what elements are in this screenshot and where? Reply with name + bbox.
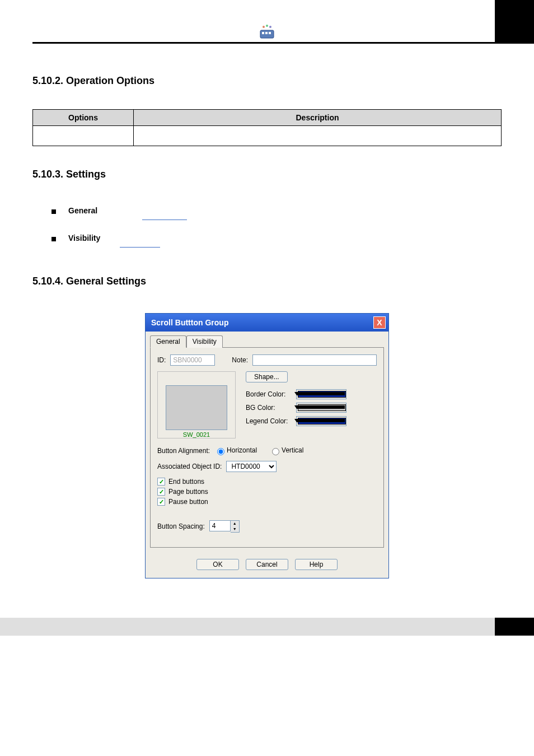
settings-bullet-list: General Visibility <box>51 206 502 248</box>
chevron-down-icon <box>294 405 345 409</box>
radio-horizontal[interactable]: Horizontal <box>214 446 257 455</box>
legend-color-picker[interactable] <box>296 416 346 426</box>
radio-vertical[interactable]: Vertical <box>269 446 303 455</box>
border-color-picker[interactable] <box>296 389 346 399</box>
app-icon <box>259 24 275 39</box>
bullet-icon <box>51 237 56 241</box>
section-5104-title: 5.10.4. General Settings <box>32 276 502 287</box>
dialog-titlebar[interactable]: Scroll Buttton Group X <box>146 314 388 332</box>
tab-general[interactable]: General <box>150 335 186 348</box>
shape-preview-area: SW_0021 <box>157 371 236 438</box>
checkbox-page-buttons[interactable]: ✓ <box>157 488 165 496</box>
svg-point-6 <box>269 26 271 28</box>
spinner-up-icon[interactable]: ▲ <box>231 521 239 526</box>
bullet-general: General <box>51 206 502 215</box>
options-col-header: Options <box>33 110 134 126</box>
end-buttons-label: End buttons <box>168 478 204 486</box>
dialog-scroll-button-group: Scroll Buttton Group X General Visibilit… <box>145 313 389 578</box>
options-cell <box>33 126 134 146</box>
shape-preview-box <box>166 385 227 430</box>
shape-button[interactable]: Shape... <box>246 371 288 382</box>
note-label: Note: <box>232 356 248 364</box>
tab-visibility[interactable]: Visibility <box>186 335 223 348</box>
associated-object-id-select[interactable]: HTD0000 <box>226 461 277 472</box>
note-field[interactable] <box>252 354 377 366</box>
bullet-label-visibility: Visibility <box>68 234 100 242</box>
button-alignment-label: Button Alignment: <box>157 447 210 455</box>
bullet-icon <box>51 209 56 214</box>
tab-panel-general: ID: Note: SW_0021 <box>150 347 384 548</box>
close-icon[interactable]: X <box>373 316 386 329</box>
bg-color-picker[interactable] <box>296 403 346 413</box>
bullet-underline <box>120 247 160 248</box>
button-spacing-spinner[interactable]: ▲ ▼ <box>209 520 240 533</box>
associated-object-id-label: Associated Object ID: <box>157 463 222 470</box>
svg-rect-1 <box>262 32 264 34</box>
id-field[interactable] <box>170 354 215 366</box>
button-spacing-label: Button Spacing: <box>157 522 205 530</box>
help-button[interactable]: Help <box>295 559 338 570</box>
svg-point-4 <box>263 26 265 28</box>
svg-point-5 <box>266 25 268 27</box>
operation-options-table: Options Description <box>32 109 502 146</box>
chevron-down-icon <box>294 419 345 422</box>
legend-color-label: Legend Color: <box>246 417 296 425</box>
shape-name-label: SW_0021 <box>158 431 235 438</box>
checkbox-end-buttons[interactable]: ✓ <box>157 478 165 486</box>
description-cell <box>134 126 502 146</box>
section-5103-title: 5.10.3. Settings <box>32 169 502 180</box>
cancel-button[interactable]: Cancel <box>246 559 288 570</box>
bullet-visibility: Visibility <box>51 234 502 242</box>
bullet-underline <box>142 220 187 220</box>
header-right-block <box>495 0 534 44</box>
section-5102-title: 5.10.2. Operation Options <box>32 75 502 87</box>
dialog-title-text: Scroll Buttton Group <box>151 318 228 327</box>
spinner-down-icon[interactable]: ▼ <box>231 526 239 532</box>
id-label: ID: <box>157 356 166 364</box>
page-footer <box>0 618 534 636</box>
ok-button[interactable]: OK <box>196 559 239 570</box>
svg-rect-2 <box>265 32 268 34</box>
button-spacing-input[interactable] <box>209 520 231 531</box>
chevron-down-icon <box>294 392 345 395</box>
bullet-label-general: General <box>68 206 97 215</box>
svg-rect-3 <box>269 32 271 34</box>
page-footer-block <box>495 618 534 636</box>
border-color-label: Border Color: <box>246 390 296 398</box>
page-buttons-label: Page buttons <box>168 488 208 496</box>
page-header <box>32 21 502 44</box>
checkbox-pause-button[interactable]: ✓ <box>157 498 165 506</box>
pause-button-label: Pause button <box>168 498 208 506</box>
bg-color-label: BG Color: <box>246 404 296 412</box>
description-col-header: Description <box>134 110 502 126</box>
